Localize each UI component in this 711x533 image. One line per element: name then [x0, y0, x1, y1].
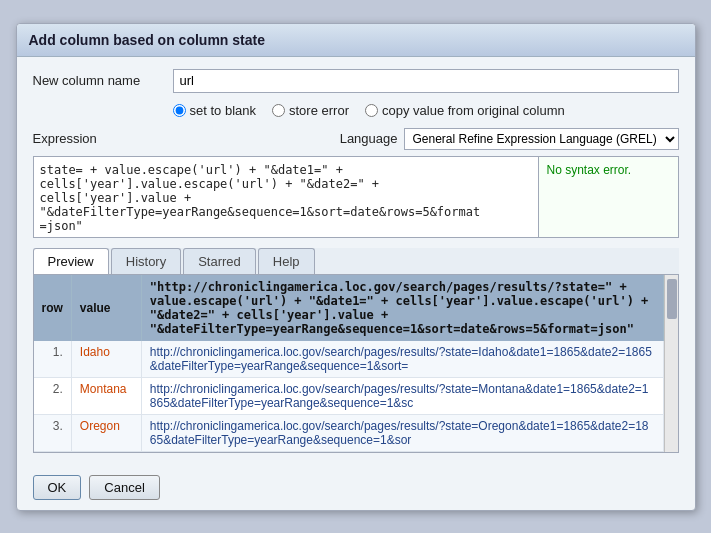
table-row: 1. Idaho http://chroniclingamerica.loc.g…: [34, 341, 664, 378]
row-num-1: 1.: [34, 341, 72, 378]
state-2: Montana: [71, 377, 141, 414]
ok-button[interactable]: OK: [33, 475, 82, 500]
new-column-input[interactable]: [173, 69, 679, 93]
tab-help[interactable]: Help: [258, 248, 315, 274]
preview-scrollbar-thumb: [667, 279, 677, 319]
preview-scrollbar[interactable]: [664, 275, 678, 452]
cancel-button[interactable]: Cancel: [89, 475, 159, 500]
preview-table: row value "http://chroniclingamerica.loc…: [34, 275, 664, 452]
tab-starred[interactable]: Starred: [183, 248, 256, 274]
expression-lang-row: Expression Language General Refine Expre…: [33, 128, 679, 150]
preview-container: row value "http://chroniclingamerica.loc…: [33, 275, 679, 453]
expression-label: Expression: [33, 131, 97, 146]
dialog-footer: OK Cancel: [17, 465, 695, 510]
state-3: Oregon: [71, 414, 141, 451]
url-3: http://chroniclingamerica.loc.gov/search…: [141, 414, 663, 451]
table-row: 3. Oregon http://chroniclingamerica.loc.…: [34, 414, 664, 451]
new-column-label: New column name: [33, 73, 173, 88]
tab-preview[interactable]: Preview: [33, 248, 109, 274]
radio-set-to-blank[interactable]: set to blank: [173, 103, 257, 118]
state-1: Idaho: [71, 341, 141, 378]
col-row: row: [34, 275, 72, 341]
table-row: 2. Montana http://chroniclingamerica.loc…: [34, 377, 664, 414]
radio-options-row: set to blank store error copy value from…: [173, 103, 679, 118]
dialog-title: Add column based on column state: [17, 24, 695, 57]
new-column-row: New column name: [33, 69, 679, 93]
dialog-body: New column name set to blank store error…: [17, 57, 695, 465]
tab-history[interactable]: History: [111, 248, 181, 274]
url-2: http://chroniclingamerica.loc.gov/search…: [141, 377, 663, 414]
row-num-3: 3.: [34, 414, 72, 451]
radio-copy-value[interactable]: copy value from original column: [365, 103, 565, 118]
preview-table-wrap: row value "http://chroniclingamerica.loc…: [34, 275, 664, 452]
expression-area-container: state= + value.escape('url') + "&date1="…: [33, 156, 679, 238]
col-value: value: [71, 275, 141, 341]
syntax-status: No syntax error.: [538, 157, 678, 237]
expression-textarea[interactable]: state= + value.escape('url') + "&date1="…: [34, 157, 538, 237]
language-select[interactable]: General Refine Expression Language (GREL…: [404, 128, 679, 150]
col-expression: "http://chroniclingamerica.loc.gov/searc…: [141, 275, 663, 341]
radio-store-error[interactable]: store error: [272, 103, 349, 118]
url-1: http://chroniclingamerica.loc.gov/search…: [141, 341, 663, 378]
tabs-bar: Preview History Starred Help: [33, 248, 679, 275]
dialog: Add column based on column state New col…: [16, 23, 696, 511]
language-label: Language: [340, 131, 398, 146]
row-num-2: 2.: [34, 377, 72, 414]
